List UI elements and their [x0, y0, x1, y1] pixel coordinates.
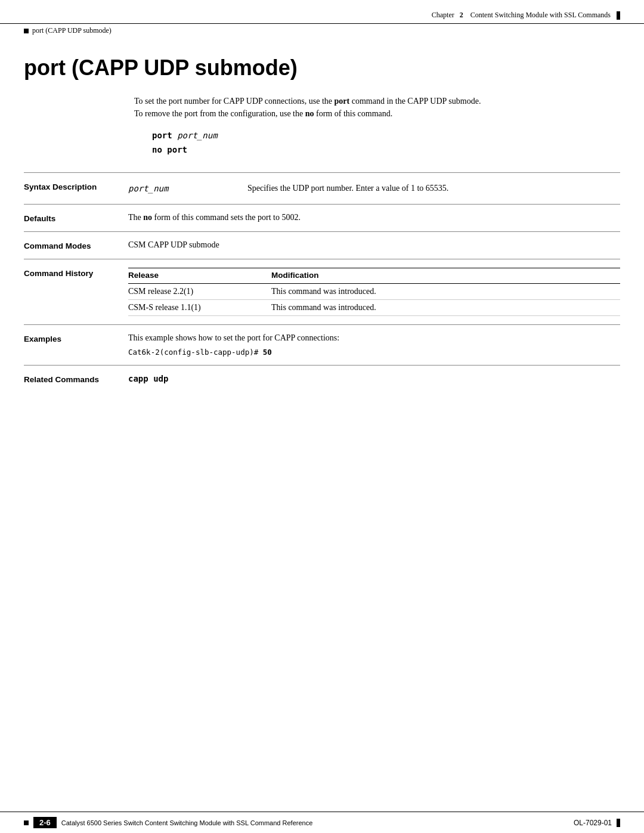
footer-right: OL-7029-01: [574, 819, 620, 827]
syntax-desc-cell: Specifies the UDP port number. Enter a v…: [247, 181, 620, 196]
chapter-num-text: 2: [460, 11, 463, 19]
page-title: port (CAPP UDP submode): [24, 55, 620, 80]
syntax-param-cell: port_num: [128, 181, 247, 196]
syntax-cmd-port: port: [152, 131, 172, 140]
defaults-section: Defaults The no form of this command set…: [24, 204, 620, 231]
command-modes-section: Command Modes CSM CAPP UDP submode: [24, 231, 620, 259]
defaults-content: The no form of this command sets the por…: [128, 213, 620, 222]
syntax-description-section: Syntax Description port_numSpecifies the…: [24, 172, 620, 204]
related-commands-label: Related Commands: [24, 374, 128, 384]
breadcrumb-square-icon: [24, 29, 29, 33]
intro-line1-suffix: command in the CAPP UDP submode.: [349, 97, 481, 106]
command-modes-label: Command Modes: [24, 240, 128, 250]
history-col-release: Release: [128, 268, 271, 284]
chapter-title-text: Content Switching Module with SSL Comman…: [470, 11, 611, 19]
example-code-block: Cat6k-2(config-slb-capp-udp)# 50: [128, 348, 620, 357]
table-row: port_numSpecifies the UDP port number. E…: [128, 181, 620, 196]
examples-section: Examples This example shows how to set t…: [24, 324, 620, 365]
command-history-content: Release Modification CSM release 2.2(1)T…: [128, 268, 620, 316]
page-footer: 2-6 Catalyst 6500 Series Switch Content …: [0, 812, 644, 833]
syntax-block: port port_num no port: [152, 131, 620, 154]
examples-content: This example shows how to set the port f…: [128, 333, 620, 357]
command-history-label: Command History: [24, 268, 128, 278]
defaults-label: Defaults: [24, 213, 128, 223]
example-code-prefix: Cat6k-2(config-slb-capp-udp)#: [128, 348, 263, 357]
footer-doc-title: Catalyst 6500 Series Switch Content Swit…: [61, 819, 312, 826]
example-code-cmd: 50: [263, 348, 272, 357]
examples-desc: This example shows how to set the port f…: [128, 333, 339, 342]
command-history-table: Release Modification CSM release 2.2(1)T…: [128, 268, 620, 316]
syntax-line-1: port port_num: [152, 131, 620, 140]
intro-line2-cmd: no: [305, 109, 314, 118]
table-row: CSM release 2.2(1)This command was intro…: [128, 284, 620, 300]
intro-paragraph: To set the port number for CAPP UDP conn…: [134, 95, 620, 120]
syntax-cmd-noport: no port: [152, 145, 187, 154]
intro-line1-cmd: port: [335, 97, 350, 106]
related-commands-section: Related Commands capp udp: [24, 365, 620, 392]
syntax-description-content: port_numSpecifies the UDP port number. E…: [128, 181, 620, 196]
footer-right-bar-icon: [617, 819, 620, 827]
intro-line2-suffix: form of this command.: [314, 109, 393, 118]
syntax-line-2: no port: [152, 145, 620, 154]
syntax-description-label: Syntax Description: [24, 181, 128, 191]
intro-line2-prefix: To remove the port from the configuratio…: [134, 109, 305, 118]
history-release-cell: CSM release 2.2(1): [128, 284, 271, 300]
header-bar-icon: [617, 11, 620, 20]
syntax-param-portnum: port_num: [172, 131, 218, 140]
examples-label: Examples: [24, 333, 128, 343]
main-content: port (CAPP UDP submode) To set the port …: [0, 38, 644, 800]
command-modes-content: CSM CAPP UDP submode: [128, 240, 620, 250]
command-history-section: Command History Release Modification CSM…: [24, 259, 620, 324]
history-col-modification: Modification: [271, 268, 620, 284]
chapter-label-text: Chapter: [432, 11, 454, 19]
related-cmd-text: capp udp: [128, 374, 168, 383]
history-modification-cell: This command was introduced.: [271, 300, 620, 316]
header-chapter-label: Chapter 2 Content Switching Module with …: [432, 11, 611, 20]
syntax-desc-table: port_numSpecifies the UDP port number. E…: [128, 181, 620, 196]
footer-square-icon: [24, 820, 29, 825]
history-release-cell: CSM-S release 1.1(1): [128, 300, 271, 316]
footer-left: 2-6 Catalyst 6500 Series Switch Content …: [24, 817, 312, 828]
related-commands-content: capp udp: [128, 374, 620, 384]
intro-line1-prefix: To set the port number for CAPP UDP conn…: [134, 97, 335, 106]
history-modification-cell: This command was introduced.: [271, 284, 620, 300]
page: Chapter 2 Content Switching Module with …: [0, 0, 644, 833]
table-row: CSM-S release 1.1(1)This command was int…: [128, 300, 620, 316]
defaults-cmd: no: [143, 213, 152, 222]
breadcrumb-text: port (CAPP UDP submode): [32, 26, 112, 35]
defaults-suffix: form of this command sets the port to 50…: [152, 213, 301, 222]
page-number: 2-6: [33, 817, 57, 828]
page-header: Chapter 2 Content Switching Module with …: [0, 0, 644, 24]
defaults-prefix: The: [128, 213, 143, 222]
breadcrumb: port (CAPP UDP submode): [0, 24, 644, 38]
footer-doc-num: OL-7029-01: [574, 819, 612, 827]
